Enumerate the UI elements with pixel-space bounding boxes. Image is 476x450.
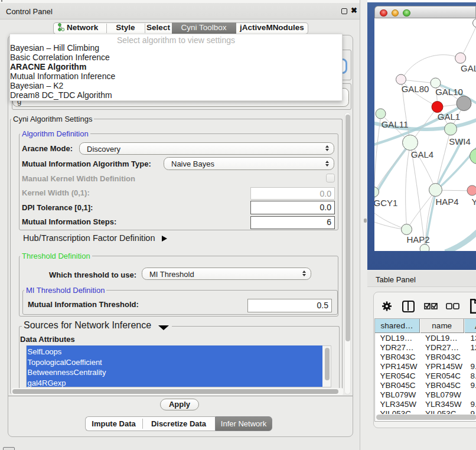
svg-text:YJ: YJ <box>471 197 476 207</box>
svg-text:GAL4: GAL4 <box>410 149 433 159</box>
svg-text:GAL10: GAL10 <box>435 87 463 97</box>
svg-text:GCY1: GCY1 <box>374 198 397 208</box>
svg-text:SWI4: SWI4 <box>449 136 471 146</box>
svg-text:GAL80: GAL80 <box>401 84 429 94</box>
svg-text:GAL7: GAL7 <box>461 63 476 73</box>
svg-text:HAP2: HAP2 <box>406 234 429 244</box>
svg-text:GAL1: GAL1 <box>437 112 459 122</box>
svg-text:GAL11: GAL11 <box>381 119 408 129</box>
svg-text:HAP4: HAP4 <box>435 197 458 207</box>
